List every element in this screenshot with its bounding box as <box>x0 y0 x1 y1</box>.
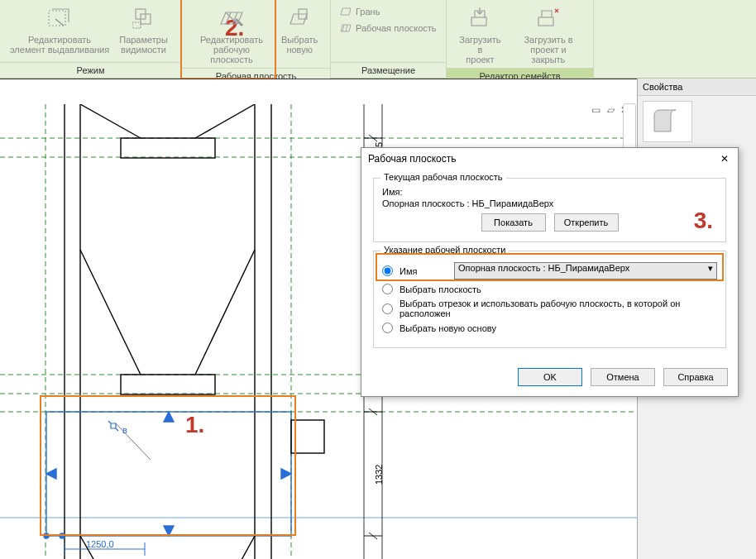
face-icon <box>339 5 352 18</box>
btn-label: Параметры видимости <box>119 35 168 55</box>
visibility-icon <box>131 5 157 31</box>
svg-point-36 <box>60 533 65 538</box>
type-selector[interactable] <box>643 101 692 142</box>
ribbon: Редактировать элемент выдавливания Парам… <box>0 0 756 79</box>
workplane-icon <box>218 5 245 31</box>
svg-line-25 <box>195 104 255 138</box>
radio-pick-host[interactable] <box>382 322 393 333</box>
load-close-icon <box>535 5 562 31</box>
ok-button[interactable]: OK <box>518 368 582 386</box>
dialog-title-text: Рабочая плоскость <box>368 153 456 165</box>
cursor-label: в <box>122 425 127 435</box>
help-button[interactable]: Справка <box>663 368 728 386</box>
edit-workplane-button[interactable]: Редактировать рабочую плоскость <box>187 2 276 68</box>
svg-line-43 <box>228 536 255 559</box>
radio-name-label: Имя <box>400 266 449 276</box>
svg-marker-34 <box>281 469 291 479</box>
ribbon-group-workplane: 2. Редактировать рабочую плоскость Выбра… <box>182 0 331 78</box>
unpin-button[interactable]: Открепить <box>554 213 619 232</box>
radio-name[interactable] <box>382 265 393 276</box>
grid-icon <box>339 22 352 35</box>
specify-workplane-section: Указание рабочей плоскости Имя Опорная п… <box>373 251 726 348</box>
extrusion-icon <box>46 5 73 31</box>
svg-rect-26 <box>121 138 215 158</box>
svg-rect-0 <box>49 11 65 26</box>
radio-pick-plane[interactable] <box>382 284 393 294</box>
btn-label: Редактировать элемент выдавливания <box>10 35 109 55</box>
name-label: Имя: <box>382 187 717 197</box>
visibility-params-button[interactable]: Параметры видимости <box>114 2 173 62</box>
select-value: Опорная плоскость : НБ_ПирамидаВерх <box>458 263 629 273</box>
radio-pick-line[interactable] <box>382 303 393 314</box>
pick-new-icon <box>286 5 313 31</box>
btn-label: Грань <box>356 7 380 17</box>
group-label: Режим <box>0 62 181 78</box>
svg-marker-32 <box>164 526 174 536</box>
edit-extrusion-button[interactable]: Редактировать элемент выдавливания <box>5 2 114 62</box>
svg-marker-31 <box>164 412 174 422</box>
group-label: Размещение <box>331 62 446 78</box>
btn-label: Редактировать рабочую плоскость <box>192 35 271 64</box>
annotation-1: 1. <box>185 412 204 438</box>
workplane-small-button[interactable]: Рабочая плоскость <box>336 20 441 36</box>
load-project-button[interactable]: Загрузить в проект <box>452 2 509 68</box>
show-button[interactable]: Показать <box>481 213 546 232</box>
chevron-down-icon: ▾ <box>708 263 713 274</box>
ribbon-group-placement: Грань Рабочая плоскость Размещение <box>331 0 447 78</box>
svg-line-4 <box>226 12 237 24</box>
current-workplane-section: Текущая рабочая плоскость Имя: Опорная п… <box>373 178 726 242</box>
svg-line-28 <box>195 250 255 375</box>
dimension-1332: 1332 <box>374 465 384 485</box>
properties-title: Свойства <box>638 79 756 96</box>
dialog-close-button[interactable]: ✕ <box>718 153 731 165</box>
workplane-select[interactable]: Опорная плоскость : НБ_ПирамидаВерх ▾ <box>454 262 717 280</box>
ribbon-group-family-editor: Загрузить в проект Загрузить в проект и … <box>447 0 594 78</box>
workplane-dialog: Рабочая плоскость ✕ Текущая рабочая плос… <box>361 147 739 397</box>
svg-rect-9 <box>538 17 553 26</box>
annotation-3: 3. <box>694 208 713 234</box>
svg-line-5 <box>226 12 231 24</box>
load-close-button[interactable]: Загрузить в проект и закрыть <box>509 2 588 68</box>
svg-line-37 <box>116 423 151 460</box>
cancel-button[interactable]: Отмена <box>591 368 655 386</box>
svg-rect-8 <box>471 17 486 26</box>
section-legend: Текущая рабочая плоскость <box>380 172 506 182</box>
face-button[interactable]: Грань <box>336 3 441 20</box>
section-legend: Указание рабочей плоскости <box>380 245 509 255</box>
dimension-1250: 1250,0 <box>86 539 114 549</box>
svg-line-27 <box>80 250 141 375</box>
pick-new-button[interactable]: Выбрать новую <box>276 2 323 68</box>
radio-pick-host-label: Выбрать новую основу <box>400 323 496 333</box>
current-workplane-value: Опорная плоскость : НБ_ПирамидаВерх <box>382 198 717 208</box>
svg-rect-3 <box>132 22 141 28</box>
btn-label: Выбрать новую <box>281 35 318 55</box>
btn-label: Рабочая плоскость <box>356 23 437 33</box>
svg-marker-33 <box>46 469 56 479</box>
ribbon-group-mode: Редактировать элемент выдавливания Парам… <box>0 0 182 78</box>
load-icon <box>467 5 493 31</box>
radio-pick-plane-label: Выбрать плоскость <box>400 284 481 294</box>
svg-point-35 <box>44 533 49 538</box>
radio-pick-line-label: Выбрать отрезок и использовать рабочую п… <box>400 299 717 318</box>
svg-rect-29 <box>121 375 215 394</box>
btn-label: Загрузить в проект <box>457 35 504 64</box>
svg-line-24 <box>80 104 141 138</box>
btn-label: Загрузить в проект и закрыть <box>514 35 583 64</box>
svg-rect-41 <box>291 420 324 453</box>
